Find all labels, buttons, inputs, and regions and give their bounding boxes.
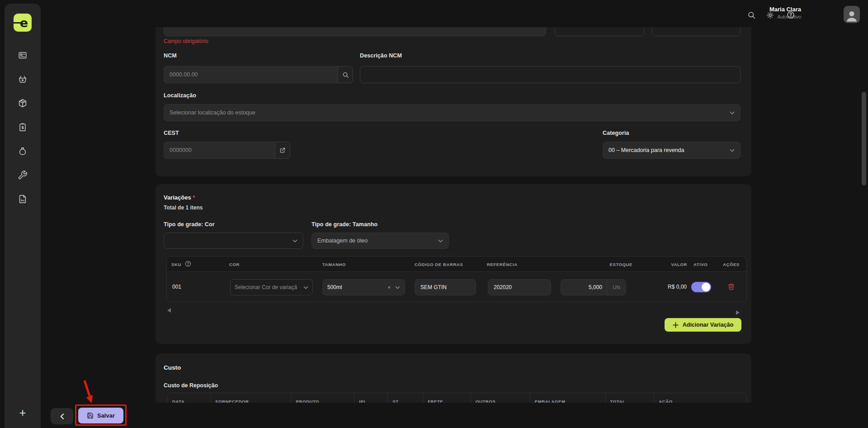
table-scroll-left-arrow[interactable]	[167, 308, 171, 313]
external-link-icon	[279, 147, 286, 153]
grade-tamanho-value: Embalagem de óleo	[317, 238, 368, 244]
row-sku-value: 001	[172, 284, 181, 290]
sidebar-item-contacts[interactable]	[5, 43, 41, 67]
descricao-ncm-input-wrap	[360, 66, 741, 83]
cest-field-group	[164, 142, 290, 159]
ncm-input[interactable]	[170, 71, 332, 78]
add-variation-label: Adicionar Variação	[683, 322, 734, 328]
chevron-down-icon	[730, 111, 735, 114]
categoria-label: Categoria	[603, 130, 629, 136]
row-codigo-input[interactable]	[420, 284, 470, 290]
ncm-field-group	[164, 66, 353, 83]
wrench-tools-icon	[18, 170, 28, 180]
trash-icon	[727, 283, 735, 290]
chevron-left-icon	[60, 413, 65, 420]
grade-tamanho-label: Tipo de grade: Tamanho	[311, 221, 377, 228]
chevron-down-icon	[730, 149, 735, 152]
save-button[interactable]: Salvar	[78, 408, 123, 423]
grade-cor-select[interactable]	[164, 233, 303, 249]
clear-selection-icon[interactable]: ×	[388, 285, 391, 290]
chevron-down-icon	[303, 286, 308, 289]
localizacao-select[interactable]: Selecionar localização do estoque	[164, 104, 741, 121]
variacoes-table-header: SKU COR TAMANHO CÓDIGO DE BARRAS REFERÊN…	[167, 257, 746, 272]
sidebar-item-sales[interactable]: $	[5, 115, 41, 139]
categoria-select[interactable]: 00 – Mercadoria para revenda	[603, 142, 741, 159]
ncm-label: NCM	[164, 52, 177, 59]
chevron-down-icon	[438, 239, 443, 243]
row-valor-value: R$ 0,00	[655, 284, 687, 290]
row-referencia-input-wrap	[488, 279, 551, 295]
add-variation-button[interactable]: Adicionar Variação	[665, 318, 741, 332]
toggle-knob	[702, 283, 710, 291]
localizacao-label: Localização	[164, 92, 196, 99]
sidebar-item-tools[interactable]	[5, 163, 41, 187]
variacoes-card: Variações * Total de 1 itens Tipo de gra…	[156, 184, 751, 344]
user-name: Maria Clara	[769, 6, 801, 13]
sidebar-item-purchases[interactable]	[5, 67, 41, 91]
row-estoque-unit: UN	[607, 280, 626, 295]
chevron-down-icon	[395, 286, 400, 289]
avatar[interactable]	[844, 6, 860, 23]
row-estoque-input[interactable]	[561, 284, 607, 290]
row-estoque-input-wrap: UN	[561, 279, 626, 295]
back-button[interactable]	[51, 408, 73, 424]
custo-subtitle: Custo de Reposição	[164, 382, 218, 389]
page-scrollbar-thumb[interactable]	[862, 92, 866, 185]
contacts-card-icon	[18, 50, 28, 60]
col-header-ativo: ATIVO	[693, 262, 708, 267]
cest-label: CEST	[164, 130, 179, 136]
descricao-ncm-input[interactable]	[366, 71, 735, 78]
variacoes-total: Total de 1 itens	[164, 204, 203, 211]
user-info: Maria Clara Automotivo	[769, 6, 801, 19]
app-window: { "brand": { "logo_letter": "e", "accent…	[0, 0, 868, 428]
row-cor-select[interactable]: Selecionar Cor de variação	[230, 279, 313, 295]
cest-input[interactable]	[170, 147, 269, 153]
row-estoque-cell: UN	[561, 279, 626, 295]
package-box-icon	[18, 98, 28, 108]
cest-external-link-button[interactable]	[275, 142, 290, 159]
row-tamanho-cell: 500ml ×	[322, 279, 405, 295]
variacoes-title: Variações *	[164, 194, 195, 201]
row-ativo-toggle[interactable]	[691, 282, 711, 292]
grade-cor-label: Tipo de grade: Cor	[164, 221, 215, 228]
sidebar-item-finance[interactable]	[5, 139, 41, 163]
ncm-input-wrap	[164, 66, 338, 83]
sku-help-icon[interactable]	[185, 261, 191, 267]
col-header-codigo-barras: CÓDIGO DE BARRAS	[415, 262, 463, 267]
col-header-referencia: REFERÊNCIA	[487, 262, 518, 267]
search-button[interactable]	[745, 9, 757, 21]
row-referencia-cell	[488, 279, 551, 295]
ncm-search-button[interactable]	[338, 66, 353, 83]
user-avatar-icon	[844, 9, 859, 23]
user-role: Automotivo	[769, 14, 801, 19]
col-header-tamanho: TAMANHO	[322, 262, 346, 267]
row-codigo-cell	[415, 279, 476, 295]
invoice-clipboard-icon: $	[18, 122, 28, 132]
sidebar-item-products[interactable]	[5, 91, 41, 115]
save-button-label: Salvar	[97, 412, 115, 419]
required-field-error: Campo obrigatório	[164, 38, 208, 44]
row-tamanho-select[interactable]: 500ml ×	[322, 279, 405, 295]
row-tamanho-value: 500ml	[327, 284, 342, 290]
table-scroll-right-arrow[interactable]	[736, 310, 740, 315]
row-referencia-input[interactable]	[494, 284, 545, 290]
sidebar-item-reports[interactable]	[5, 187, 41, 211]
svg-text:$: $	[21, 125, 24, 129]
grade-tamanho-select[interactable]: Embalagem de óleo	[311, 233, 449, 249]
sidebar-add-button[interactable]: +	[5, 407, 41, 418]
localizacao-placeholder: Selecionar localização do estoque	[170, 109, 255, 116]
col-header-sku: SKU	[171, 262, 181, 267]
money-bag-icon	[18, 146, 28, 156]
descricao-ncm-label: Descrição NCM	[360, 52, 402, 59]
col-header-estoque: ESTOQUE	[601, 262, 632, 267]
variacoes-table: SKU COR TAMANHO CÓDIGO DE BARRAS REFERÊN…	[166, 256, 747, 302]
row-delete-button[interactable]	[727, 283, 735, 290]
categoria-value: 00 – Mercadoria para revenda	[609, 147, 684, 153]
topbar: Maria Clara Automotivo	[41, 0, 868, 27]
custo-title: Custo	[164, 364, 181, 371]
footer-bar	[41, 403, 868, 428]
shopping-basket-icon	[18, 74, 28, 84]
app-logo[interactable]: e	[14, 14, 32, 32]
sidebar-nav: $	[5, 43, 41, 211]
required-asterisk: *	[193, 194, 195, 201]
